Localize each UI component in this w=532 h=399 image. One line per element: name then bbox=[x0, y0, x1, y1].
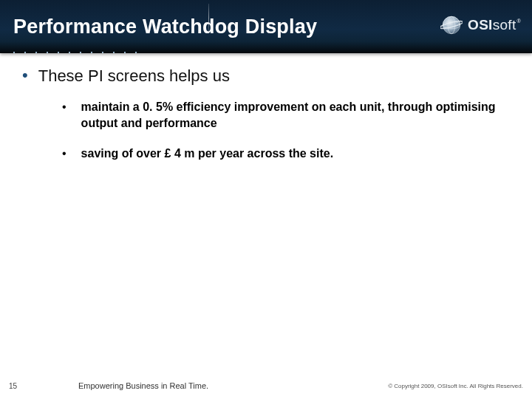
logo-text-bold: OSI bbox=[468, 17, 493, 33]
bullet-l2-text: saving of over £ 4 m per year across the… bbox=[81, 146, 334, 162]
bullet-l2-text: maintain a 0. 5% efficiency improvement … bbox=[81, 99, 502, 131]
sub-bullet-list: • maintain a 0. 5% efficiency improvemen… bbox=[62, 99, 510, 162]
content-area: • These PI screens helps us • maintain a… bbox=[0, 53, 532, 162]
bullet-marker: • bbox=[62, 146, 66, 162]
logo-globe-icon bbox=[440, 14, 463, 36]
footer: 15 Empowering Business in Real Time. © C… bbox=[0, 377, 532, 399]
divider-line bbox=[208, 4, 209, 33]
bullet-level2: • saving of over £ 4 m per year across t… bbox=[62, 146, 510, 162]
title-band: Performance Watchdog Display bbox=[0, 0, 532, 53]
bullet-level2: • maintain a 0. 5% efficiency improvemen… bbox=[62, 99, 510, 131]
page-number: 15 bbox=[9, 382, 34, 390]
decorative-dots bbox=[13, 52, 137, 53]
logo-text-light: soft bbox=[493, 17, 516, 33]
slide: Performance Watchdog Display bbox=[0, 0, 532, 399]
bullet-marker: • bbox=[22, 66, 28, 84]
logo-tm: ® bbox=[517, 18, 521, 24]
footer-tagline: Empowering Business in Real Time. bbox=[78, 381, 208, 390]
footer-copyright: © Copyright 2009, OSIsoft Inc. All Right… bbox=[388, 383, 523, 389]
bullet-level1: • These PI screens helps us bbox=[22, 66, 510, 86]
brand-logo: OSIsoft® bbox=[440, 14, 520, 36]
slide-title: Performance Watchdog Display bbox=[13, 16, 317, 38]
bullet-l1-text: These PI screens helps us bbox=[38, 66, 230, 86]
bullet-marker: • bbox=[62, 99, 66, 115]
logo-text: OSIsoft® bbox=[468, 17, 520, 33]
